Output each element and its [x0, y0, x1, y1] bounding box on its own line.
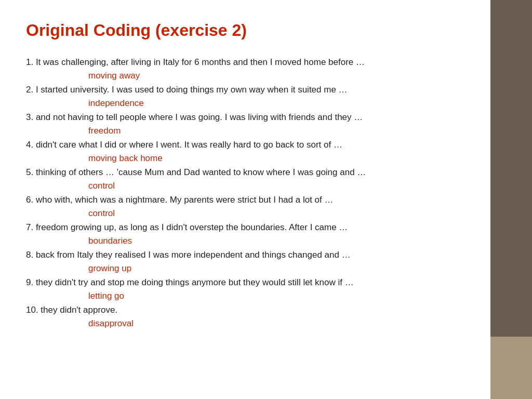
item-code-3: freedom [88, 124, 464, 138]
item-code-5: control [88, 179, 464, 193]
item-text-1: 1. It was challenging, after living in I… [26, 57, 365, 67]
item-code-7: boundaries [88, 234, 464, 248]
list-item: 10. they didn't approve.disapproval [26, 303, 464, 330]
item-text-3: 3. and not having to tell people where I… [26, 112, 363, 122]
list-item: 4. didn't care what I did or where I wen… [26, 138, 464, 165]
item-code-4: moving back home [88, 152, 464, 165]
content-list: 1. It was challenging, after living in I… [26, 56, 464, 383]
item-code-6: control [88, 207, 464, 220]
main-content: Original Coding (exercise 2) 1. It was c… [0, 0, 490, 399]
list-item: 8. back from Italy they realised I was m… [26, 248, 464, 275]
page-title: Original Coding (exercise 2) [26, 21, 464, 40]
list-item: 5. thinking of others … 'cause Mum and D… [26, 166, 464, 192]
list-item: 1. It was challenging, after living in I… [26, 56, 464, 82]
item-text-8: 8. back from Italy they realised I was m… [26, 250, 351, 260]
item-code-1: moving away [88, 69, 464, 83]
item-text-10: 10. they didn't approve. [26, 305, 117, 315]
item-text-7: 7. freedom growing up, as long as I didn… [26, 222, 348, 232]
item-text-2: 2. I started university. I was used to d… [26, 85, 348, 95]
item-code-2: independence [88, 97, 464, 110]
item-text-4: 4. didn't care what I did or where I wen… [26, 140, 342, 150]
sidebar [490, 0, 532, 399]
list-item: 7. freedom growing up, as long as I didn… [26, 221, 464, 247]
item-text-5: 5. thinking of others … 'cause Mum and D… [26, 167, 366, 177]
list-item: 2. I started university. I was used to d… [26, 83, 464, 110]
item-code-9: letting go [88, 289, 464, 303]
item-code-10: disapproval [88, 317, 464, 330]
list-item: 6. who with, which was a nightmare. My p… [26, 193, 464, 220]
item-text-9: 9. they didn't try and stop me doing thi… [26, 277, 354, 287]
item-code-8: growing up [88, 262, 464, 275]
list-item: 3. and not having to tell people where I… [26, 111, 464, 137]
sidebar-bottom-block [490, 337, 532, 399]
item-text-6: 6. who with, which was a nightmare. My p… [26, 195, 333, 205]
list-item: 9. they didn't try and stop me doing thi… [26, 276, 464, 302]
